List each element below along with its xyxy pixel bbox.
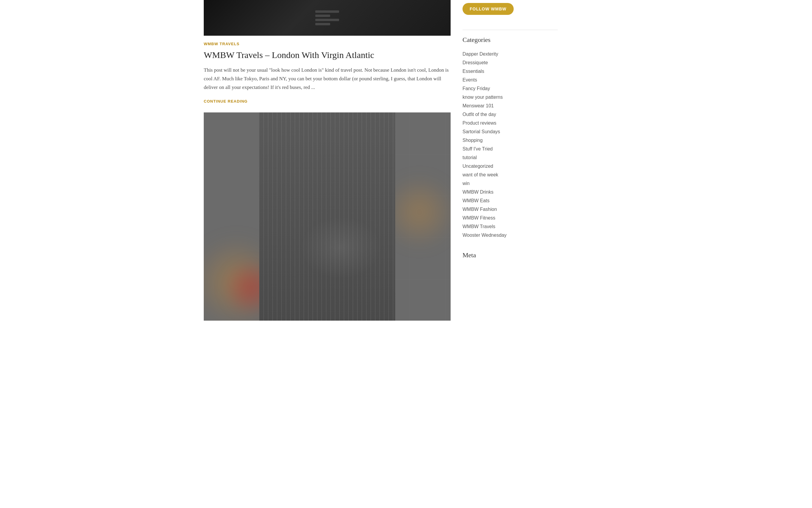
category-link[interactable]: Menswear 101: [463, 103, 494, 108]
article-title: WMBW Travels – London With Virgin Atlant…: [204, 49, 451, 61]
category-link[interactable]: know your patterns: [463, 95, 503, 100]
categories-list: Dapper DexterityDressiqueteEssentialsEve…: [463, 50, 558, 240]
ticket-line-3: [315, 19, 339, 21]
category-link[interactable]: WMBW Fashion: [463, 207, 497, 212]
category-item: WMBW Drinks: [463, 188, 558, 196]
category-item: Dressiquete: [463, 58, 558, 67]
category-item: Uncategorized: [463, 162, 558, 170]
category-link[interactable]: WMBW Drinks: [463, 189, 494, 195]
category-link[interactable]: Stuff I've Tried: [463, 146, 493, 152]
category-item: tutorial: [463, 153, 558, 162]
category-item: know your patterns: [463, 93, 558, 101]
category-item: Wooster Wednesday: [463, 231, 558, 240]
ticket-line-1: [315, 10, 339, 13]
category-link[interactable]: Uncategorized: [463, 164, 493, 169]
category-item: Outfit of the day: [463, 110, 558, 119]
category-link[interactable]: Sartorial Sundays: [463, 129, 500, 134]
category-item: WMBW Fashion: [463, 205, 558, 214]
sidebar: FOLLOW WMBW Categories Dapper DexterityD…: [463, 0, 558, 321]
category-item: Dapper Dexterity: [463, 50, 558, 58]
category-item: Essentials: [463, 67, 558, 76]
category-link[interactable]: Fancy Friday: [463, 86, 490, 91]
category-item: Product reviews: [463, 119, 558, 127]
ticket-line-4: [315, 23, 330, 25]
category-item: Menswear 101: [463, 101, 558, 110]
category-item: want of the week: [463, 170, 558, 179]
category-link[interactable]: want of the week: [463, 172, 498, 177]
meta-title: Meta: [463, 251, 558, 259]
category-item: WMBW Travels: [463, 222, 558, 231]
category-item: Fancy Friday: [463, 84, 558, 93]
continue-reading-link[interactable]: CONTINUE READING: [204, 99, 248, 103]
category-item: Sartorial Sundays: [463, 127, 558, 136]
category-item: Shopping: [463, 136, 558, 144]
category-link[interactable]: Dapper Dexterity: [463, 51, 498, 56]
category-link[interactable]: Dressiquete: [463, 60, 488, 65]
category-link[interactable]: WMBW Fitness: [463, 215, 495, 220]
ticket-line-2: [315, 14, 330, 17]
category-link[interactable]: WMBW Eats: [463, 198, 489, 203]
category-item: Stuff I've Tried: [463, 144, 558, 153]
category-link[interactable]: Shopping: [463, 138, 483, 143]
category-link[interactable]: Essentials: [463, 69, 484, 74]
main-content: WMBW TRAVELS WMBW Travels – London With …: [204, 0, 463, 321]
category-link[interactable]: Events: [463, 77, 477, 82]
category-item: Events: [463, 76, 558, 84]
category-link[interactable]: Wooster Wednesday: [463, 232, 507, 238]
article-tag: WMBW TRAVELS: [204, 42, 451, 46]
category-item: WMBW Eats: [463, 196, 558, 205]
suit-figure: [259, 113, 395, 321]
ticket-graphic: [315, 10, 339, 25]
category-link[interactable]: WMBW Travels: [463, 224, 495, 229]
article-main-image: [204, 113, 451, 321]
category-item: WMBW Fitness: [463, 214, 558, 222]
category-link[interactable]: Outfit of the day: [463, 112, 496, 117]
category-link[interactable]: Product reviews: [463, 121, 497, 126]
categories-title: Categories: [463, 36, 558, 44]
category-link[interactable]: win: [463, 181, 470, 186]
category-link[interactable]: tutorial: [463, 155, 477, 160]
article-top-image: [204, 0, 451, 36]
category-item: win: [463, 179, 558, 188]
article-excerpt: This post will not be your usual "look h…: [204, 66, 451, 92]
follow-wmbw-button[interactable]: FOLLOW WMBW: [463, 3, 514, 15]
